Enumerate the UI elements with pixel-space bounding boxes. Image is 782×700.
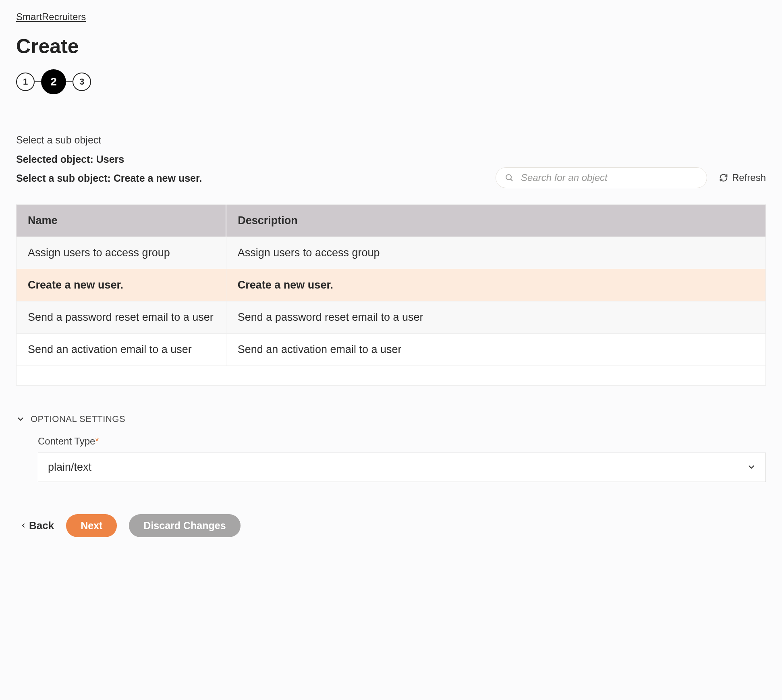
- chevron-left-icon: [20, 522, 27, 529]
- refresh-button[interactable]: Refresh: [719, 172, 766, 183]
- stepper: 1 2 3: [16, 69, 766, 94]
- table-row[interactable]: Assign users to access groupAssign users…: [17, 237, 766, 269]
- breadcrumb-link[interactable]: SmartRecruiters: [16, 11, 86, 23]
- content-type-value: plain/text: [48, 461, 91, 474]
- required-marker: *: [95, 436, 99, 447]
- column-header-description[interactable]: Description: [226, 204, 765, 237]
- refresh-label: Refresh: [732, 172, 766, 183]
- back-button[interactable]: Back: [20, 519, 54, 532]
- svg-point-0: [506, 174, 511, 180]
- chevron-down-icon: [747, 463, 756, 472]
- cell-name: Assign users to access group: [17, 237, 226, 269]
- step-connector: [66, 81, 73, 82]
- search-box[interactable]: [496, 167, 707, 188]
- step-2[interactable]: 2: [41, 69, 66, 94]
- optional-settings-heading: OPTIONAL SETTINGS: [31, 414, 125, 424]
- refresh-icon: [719, 173, 728, 182]
- select-sub-object-label: Select a sub object: Create a new user.: [16, 169, 202, 188]
- cell-description: Send an activation email to a user: [226, 333, 765, 366]
- svg-line-1: [511, 179, 513, 181]
- next-button[interactable]: Next: [66, 514, 117, 537]
- select-sub-hint: Select a sub object: [16, 131, 202, 150]
- search-icon: [505, 173, 514, 182]
- content-type-label: Content Type*: [38, 436, 766, 447]
- cell-name: Send an activation email to a user: [17, 333, 226, 366]
- table-row[interactable]: Create a new user.Create a new user.: [17, 269, 766, 301]
- optional-settings-toggle[interactable]: OPTIONAL SETTINGS: [16, 414, 766, 424]
- step-3[interactable]: 3: [73, 73, 91, 91]
- back-label: Back: [29, 519, 54, 532]
- step-1[interactable]: 1: [16, 73, 35, 91]
- step-connector: [35, 81, 41, 82]
- sub-object-table: Name Description Assign users to access …: [16, 204, 766, 386]
- cell-description: Assign users to access group: [226, 237, 765, 269]
- cell-name: Create a new user.: [17, 269, 226, 301]
- table-footer-spacer: [17, 366, 766, 385]
- cell-name: Send a password reset email to a user: [17, 301, 226, 333]
- page-title: Create: [16, 35, 766, 58]
- cell-description: Send a password reset email to a user: [226, 301, 765, 333]
- chevron-down-icon: [16, 415, 25, 424]
- cell-description: Create a new user.: [226, 269, 765, 301]
- selected-object-label: Selected object: Users: [16, 150, 202, 169]
- table-row[interactable]: Send an activation email to a userSend a…: [17, 333, 766, 366]
- search-input[interactable]: [521, 172, 698, 183]
- column-header-name[interactable]: Name: [17, 204, 226, 237]
- sub-object-header: Select a sub object Selected object: Use…: [16, 131, 202, 188]
- discard-changes-button[interactable]: Discard Changes: [129, 514, 240, 537]
- table-row[interactable]: Send a password reset email to a userSen…: [17, 301, 766, 333]
- content-type-select[interactable]: plain/text: [38, 453, 766, 482]
